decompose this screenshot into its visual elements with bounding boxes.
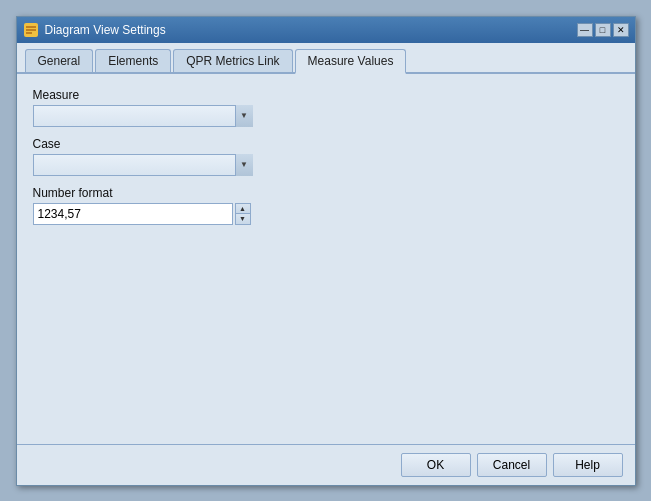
spinner-up-button[interactable]: ▲: [236, 204, 250, 215]
spinner-down-button[interactable]: ▼: [236, 214, 250, 224]
number-format-input[interactable]: [33, 203, 233, 225]
maximize-button[interactable]: □: [595, 23, 611, 37]
title-bar: Diagram View Settings — □ ✕: [17, 17, 635, 43]
svg-rect-2: [26, 29, 36, 31]
tab-qpr-metrics-link[interactable]: QPR Metrics Link: [173, 49, 292, 72]
number-format-field-group: Number format ▲ ▼: [33, 186, 619, 225]
case-select[interactable]: [33, 154, 253, 176]
content-spacer: [33, 235, 619, 430]
dialog-window: Diagram View Settings — □ ✕ General Elem…: [16, 16, 636, 486]
tab-general[interactable]: General: [25, 49, 94, 72]
window-title: Diagram View Settings: [45, 23, 571, 37]
measure-field-group: Measure ▼: [33, 88, 619, 127]
svg-rect-3: [26, 32, 32, 34]
content-area: Measure ▼ Case ▼ Number format: [17, 74, 635, 444]
measure-label: Measure: [33, 88, 619, 102]
number-format-label: Number format: [33, 186, 619, 200]
measure-select-wrapper: ▼: [33, 105, 253, 127]
cancel-button[interactable]: Cancel: [477, 453, 547, 477]
tab-measure-values[interactable]: Measure Values: [295, 49, 407, 74]
case-field-group: Case ▼: [33, 137, 619, 176]
number-format-group: ▲ ▼: [33, 203, 619, 225]
tab-bar: General Elements QPR Metrics Link Measur…: [17, 43, 635, 74]
window-controls: — □ ✕: [577, 23, 629, 37]
app-icon: [23, 22, 39, 38]
ok-button[interactable]: OK: [401, 453, 471, 477]
svg-rect-1: [26, 26, 36, 28]
close-button[interactable]: ✕: [613, 23, 629, 37]
minimize-button[interactable]: —: [577, 23, 593, 37]
tab-elements[interactable]: Elements: [95, 49, 171, 72]
number-format-spinner: ▲ ▼: [235, 203, 251, 225]
case-label: Case: [33, 137, 619, 151]
help-button[interactable]: Help: [553, 453, 623, 477]
measure-select[interactable]: [33, 105, 253, 127]
dialog-footer: OK Cancel Help: [17, 444, 635, 485]
case-select-wrapper: ▼: [33, 154, 253, 176]
